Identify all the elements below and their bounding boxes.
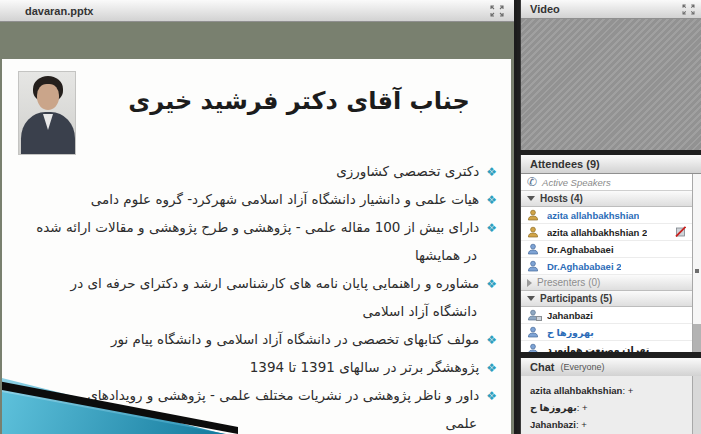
slide-bullet: ❖پژوهشگر برتر در سالهای 1391 تا 1394: [8, 353, 497, 381]
attendees-group-presenters[interactable]: Presenters (0): [521, 275, 692, 291]
attendee-row[interactable]: تهران وصنعت هوانورد: [521, 341, 692, 352]
host-user-icon: [527, 209, 540, 221]
attendee-row[interactable]: بهروزها ح: [521, 324, 692, 341]
fullscreen-icon[interactable]: [682, 4, 695, 15]
attendees-pod-title: Attendees (9): [530, 158, 600, 170]
slide-bullet: ❖مشاوره و راهنمایی پایان نامه های کارشنا…: [8, 269, 497, 297]
attendees-group-participants[interactable]: Participants (5): [521, 291, 692, 307]
active-speakers-label: Active Speakers: [542, 177, 611, 188]
bullet-diamond-icon: ❖: [486, 193, 497, 207]
attendee-name: azita allahbakhshian 2: [547, 227, 647, 238]
participant-user-icon: [527, 309, 540, 321]
speaker-photo: [18, 71, 76, 155]
video-pod-title: Video: [530, 3, 560, 15]
screen-share-mini-icon: [536, 316, 542, 321]
attendees-pod-titlebar[interactable]: Attendees (9): [521, 155, 701, 174]
attendee-row[interactable]: Dr.Aghababaei: [521, 241, 692, 258]
slide-title: جناب آقای دکتر فرشید خیری: [97, 87, 501, 115]
bullet-diamond-icon: ❖: [486, 277, 497, 291]
share-pod-body: جناب آقای دکتر فرشید خیری ❖دکتری تخصصی ک…: [0, 22, 511, 434]
host-user-icon: [527, 226, 540, 238]
presentation-slide: جناب آقای دکتر فرشید خیری ❖دکتری تخصصی ک…: [2, 59, 511, 434]
slide-bullet-text: دارای بیش از 100 مقاله علمی - پژوهشی و ط…: [36, 219, 479, 235]
bullet-diamond-icon: ❖: [486, 221, 497, 235]
phone-icon: ✆: [527, 175, 537, 189]
chat-pod-title: Chat: [530, 361, 554, 373]
host-user-icon: [527, 243, 540, 255]
bullet-diamond-icon: ❖: [486, 165, 497, 179]
hosts-group-label: Hosts (4): [540, 193, 583, 204]
slide-bullet-continuation: دانشگاه آزاد اسلامی: [8, 297, 497, 325]
share-pod-titlebar[interactable]: davaran.pptx: [0, 0, 514, 22]
slide-bullet-text: دانشگاه آزاد اسلامی: [363, 303, 477, 319]
chat-message: بهروزها ح: +: [530, 401, 684, 418]
attendee-row[interactable]: Jahanbazi: [521, 307, 692, 324]
slide-bullet: ❖داور و ناظر پژوهشی در نشریات مختلف علمی…: [8, 381, 497, 409]
attendees-pod: Attendees (9) ✆ Active Speakers Hosts (4…: [520, 155, 701, 352]
presenters-group-label: Presenters (0): [537, 277, 600, 288]
slide-bullet-text: علمی: [445, 415, 477, 431]
slide-bullet-text: مشاوره و راهنمایی پایان نامه های کارشناس…: [71, 275, 480, 291]
slide-bullet: ❖دکتری تخصصی کشاورزی: [8, 157, 497, 185]
video-pod-titlebar[interactable]: Video: [521, 0, 701, 19]
attendee-row[interactable]: Dr.Aghababaei 2: [521, 258, 692, 275]
video-pod: Video: [520, 0, 701, 150]
slide-bullet: ❖هیات علمی و دانشیار دانشگاه آزاد اسلامی…: [8, 185, 497, 213]
attendee-name: Jahanbazi: [547, 310, 593, 321]
share-pod-title: davaran.pptx: [25, 5, 93, 17]
attendee-name: azita allahbakhshian: [547, 210, 639, 221]
chat-message: Jahanbazi: +: [530, 418, 684, 434]
slide-bullet-continuation: علمی: [8, 409, 497, 434]
participants-group-label: Participants (5): [540, 293, 612, 304]
bullet-diamond-icon: ❖: [486, 333, 497, 347]
chat-author: azita allahbakhshian: [530, 385, 622, 396]
attendees-group-hosts[interactable]: Hosts (4): [521, 191, 692, 207]
slide-bullet: ❖مولف کتابهای تخصصی در دانشگاه آزاد اسلا…: [8, 325, 497, 353]
chat-pod: Chat (Everyone) azita allahbakhshian: + …: [520, 358, 701, 434]
attendee-name: Dr.Aghababaei: [547, 244, 614, 255]
chevron-down-icon: [527, 196, 535, 201]
chat-author: بهروزها ح: [530, 402, 577, 413]
chevron-right-icon: [527, 279, 532, 287]
slide-bullet-text: پژوهشگر برتر در سالهای 1391 تا 1394: [250, 359, 480, 375]
right-pod-column: Video Attendees (9) ✆ Active Speakers: [520, 0, 701, 434]
active-speakers-row: ✆ Active Speakers: [521, 174, 692, 191]
fullscreen-icon[interactable]: [490, 5, 504, 17]
chat-pod-titlebar[interactable]: Chat (Everyone): [521, 358, 701, 377]
video-pod-empty-area: [521, 19, 701, 150]
slide-bullet-text: هیات علمی و دانشیار دانشگاه آزاد اسلامی …: [91, 191, 479, 207]
attendee-row[interactable]: azita allahbakhshian 2: [521, 224, 692, 241]
drawing-disabled-icon: [675, 226, 686, 239]
chevron-down-icon: [527, 296, 535, 301]
chat-text: : +: [576, 419, 587, 430]
chat-message-area: azita allahbakhshian: + بهروزها ح: + Jah…: [521, 376, 692, 434]
slide-bullet: ❖دارای بیش از 100 مقاله علمی - پژوهشی و …: [8, 213, 497, 241]
attendee-name: تهران وصنعت هوانورد: [547, 344, 649, 353]
slide-bullet-text: داور و ناظر پژوهشی در نشریات مختلف علمی …: [87, 387, 479, 403]
adobe-connect-window: davaran.pptx جناب آقای دکتر فرشید خیری ❖…: [0, 0, 701, 434]
chat-text: : +: [622, 385, 633, 396]
chat-message: azita allahbakhshian: +: [530, 384, 684, 401]
attendee-name: بهروزها ح: [547, 327, 594, 338]
scrollbar-track-end: [693, 324, 701, 352]
host-user-icon: [527, 260, 540, 272]
attendees-list: ✆ Active Speakers Hosts (4) azita allahb…: [521, 174, 692, 352]
slide-bullet-text: در همایشها: [415, 247, 477, 263]
attendees-scrollbar[interactable]: [692, 174, 701, 352]
slide-bullet-text: مولف کتابهای تخصصی در دانشگاه آزاد اسلام…: [111, 331, 479, 347]
chat-text: : +: [577, 402, 588, 413]
attendee-name: Dr.Aghababaei 2: [547, 261, 621, 272]
slide-bullet-list: ❖دکتری تخصصی کشاورزی ❖هیات علمی و دانشیا…: [8, 157, 497, 434]
participant-user-icon: [527, 326, 540, 338]
bullet-diamond-icon: ❖: [486, 361, 497, 375]
slide-bullet-text: دکتری تخصصی کشاورزی: [336, 163, 479, 179]
bullet-diamond-icon: ❖: [486, 389, 497, 403]
chat-scope-label: (Everyone): [560, 362, 604, 372]
attendee-row[interactable]: azita allahbakhshian: [521, 207, 692, 224]
chat-scrollbar[interactable]: [692, 376, 701, 434]
scrollbar-thumb[interactable]: [695, 269, 699, 273]
slide-bullet-continuation: در همایشها: [8, 241, 497, 269]
chat-author: Jahanbazi: [530, 419, 576, 430]
participant-user-icon: [527, 343, 540, 352]
share-pod: davaran.pptx جناب آقای دکتر فرشید خیری ❖…: [0, 0, 517, 434]
